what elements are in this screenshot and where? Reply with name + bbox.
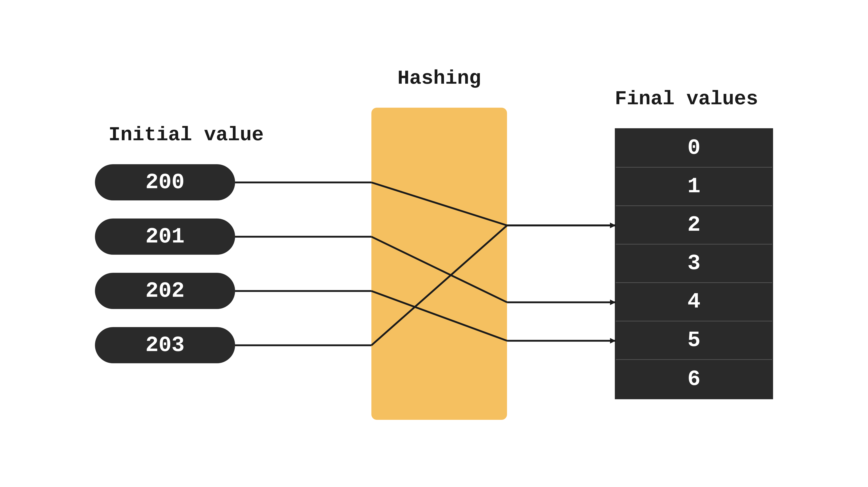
output-row-1: 1 — [616, 168, 772, 206]
output-table: 0 1 2 3 4 5 6 — [615, 128, 773, 399]
pill-202: 202 — [95, 273, 235, 309]
pill-200-text: 200 — [146, 170, 185, 195]
pill-201: 201 — [95, 219, 235, 255]
hash-box — [371, 108, 507, 420]
output-row-2: 2 — [616, 206, 772, 245]
middle-column-label: Hashing — [397, 67, 481, 90]
output-row-4: 4 — [616, 283, 772, 321]
middle-column: Hashing — [371, 67, 507, 420]
diagram: Initial value 200 201 202 203 Hashing Fi… — [50, 29, 818, 458]
right-column: Final values 0 1 2 3 4 5 6 — [615, 88, 773, 399]
output-row-5: 5 — [616, 321, 772, 360]
pill-200: 200 — [95, 164, 235, 200]
pill-203-text: 203 — [146, 333, 185, 357]
output-row-0: 0 — [616, 129, 772, 168]
output-row-6: 6 — [616, 360, 772, 398]
output-2-text: 2 — [687, 212, 701, 237]
output-6-text: 6 — [687, 367, 701, 392]
pill-201-text: 201 — [146, 224, 185, 249]
right-column-label: Final values — [615, 88, 758, 110]
left-column: Initial value 200 201 202 203 — [95, 124, 264, 363]
output-0-text: 0 — [687, 136, 701, 161]
output-4-text: 4 — [687, 289, 701, 314]
output-row-3: 3 — [616, 245, 772, 283]
pill-202-text: 202 — [146, 279, 185, 303]
left-column-label: Initial value — [108, 124, 264, 146]
pill-203: 203 — [95, 327, 235, 363]
output-1-text: 1 — [687, 174, 701, 199]
input-pills-container: 200 201 202 203 — [95, 164, 235, 363]
output-5-text: 5 — [687, 328, 701, 353]
output-3-text: 3 — [687, 251, 701, 276]
